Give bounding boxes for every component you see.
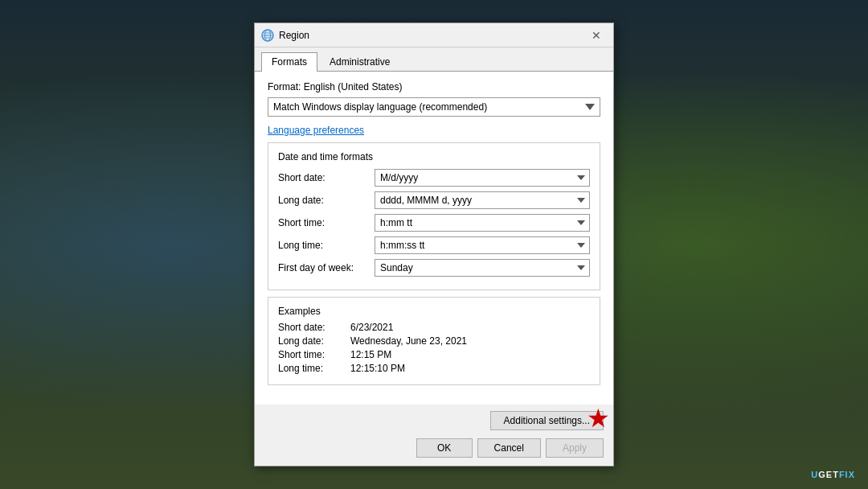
additional-settings-button[interactable]: Additional settings...: [490, 411, 604, 430]
example-short-date-value: 6/23/2021: [350, 322, 393, 333]
short-date-row: Short date: M/d/yyyy: [278, 169, 590, 187]
example-short-time: Short time: 12:15 PM: [278, 349, 590, 360]
example-long-date-value: Wednesday, June 23, 2021: [350, 335, 467, 347]
example-short-date: Short date: 6/23/2021: [278, 322, 590, 333]
cancel-button[interactable]: Cancel: [477, 438, 541, 458]
example-short-date-label: Short date:: [278, 322, 350, 333]
close-button[interactable]: ✕: [586, 25, 607, 46]
tab-bar: Formats Administrative: [255, 47, 613, 72]
language-preferences-link[interactable]: Language preferences: [268, 125, 364, 136]
long-time-row: Long time: h:mm:ss tt: [278, 236, 590, 254]
datetime-section: Date and time formats Short date: M/d/yy…: [268, 142, 600, 290]
dialog-buttons: OK Cancel Apply: [264, 438, 604, 458]
datetime-section-title: Date and time formats: [278, 151, 590, 162]
first-day-row: First day of week: Sunday Monday: [278, 259, 590, 277]
short-time-label: Short time:: [278, 217, 375, 228]
examples-title: Examples: [278, 306, 590, 317]
example-long-date-label: Long date:: [278, 335, 350, 347]
ok-button[interactable]: OK: [416, 438, 473, 458]
example-long-date: Long date: Wednesday, June 23, 2021: [278, 335, 590, 347]
example-short-time-label: Short time:: [278, 349, 350, 360]
long-date-row: Long date: dddd, MMMM d, yyyy: [278, 191, 590, 209]
short-date-select[interactable]: M/d/yyyy: [375, 169, 590, 187]
additional-settings-row: Additional settings... ★: [264, 411, 604, 430]
watermark-u: U: [811, 470, 818, 479]
watermark-fix: FIX: [839, 470, 855, 479]
example-long-time: Long time: 12:15:10 PM: [278, 363, 590, 374]
examples-section: Examples Short date: 6/23/2021 Long date…: [268, 297, 600, 385]
long-date-select[interactable]: dddd, MMMM d, yyyy: [375, 191, 590, 209]
format-label: Format: English (United States): [268, 81, 600, 92]
long-time-label: Long time:: [278, 240, 375, 251]
short-time-row: Short time: h:mm tt: [278, 214, 590, 232]
long-date-label: Long date:: [278, 195, 375, 206]
first-day-select[interactable]: Sunday Monday: [375, 259, 590, 277]
tab-administrative[interactable]: Administrative: [319, 52, 400, 71]
formats-panel: Format: English (United States) Match Wi…: [255, 72, 613, 405]
title-bar: Region ✕: [255, 23, 613, 47]
example-short-time-value: 12:15 PM: [350, 349, 391, 360]
watermark: UGETFIX: [811, 470, 855, 479]
long-time-select[interactable]: h:mm:ss tt: [375, 236, 590, 254]
short-date-label: Short date:: [278, 172, 375, 183]
watermark-get: GET: [818, 470, 839, 479]
globe-icon: [261, 29, 274, 42]
apply-button[interactable]: Apply: [546, 438, 604, 458]
svg-point-5: [262, 30, 273, 41]
bottom-area: Additional settings... ★ OK Cancel Apply: [255, 405, 613, 466]
region-dialog: Region ✕ Formats Administrative Format: …: [254, 23, 614, 466]
tab-formats[interactable]: Formats: [261, 52, 317, 72]
first-day-label: First day of week:: [278, 262, 375, 273]
short-time-select[interactable]: h:mm tt: [375, 214, 590, 232]
example-long-time-label: Long time:: [278, 363, 350, 374]
example-long-time-value: 12:15:10 PM: [350, 363, 405, 374]
window-title: Region: [279, 30, 586, 41]
format-dropdown[interactable]: Match Windows display language (recommen…: [268, 97, 600, 117]
